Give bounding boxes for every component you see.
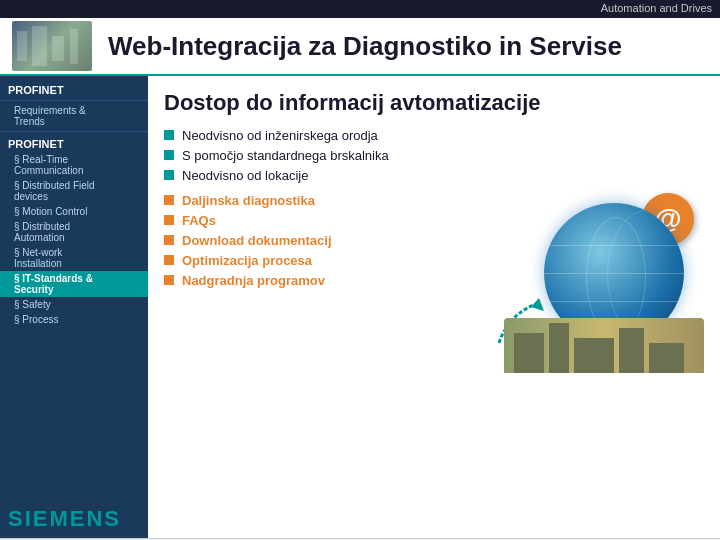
bullet-icon <box>164 275 174 285</box>
sidebar-item-profinet[interactable]: PROFINET <box>0 80 148 98</box>
sidebar-item-realtime[interactable]: § Real-TimeCommunication <box>0 152 148 178</box>
bullet-item: Neodvisno od lokacije <box>164 168 704 183</box>
page-title: Web-Integracija za Diagnostiko in Servis… <box>108 31 708 62</box>
topbar-text: Automation and Drives <box>601 2 712 14</box>
bullet-icon <box>164 215 174 225</box>
factory-building <box>619 328 644 373</box>
siemens-logo-text: SIEMENS <box>8 506 121 531</box>
topbar: Automation and Drives <box>0 0 720 18</box>
bullet-icon <box>164 150 174 160</box>
content-lower: Daljinska diagnostika FAQs Download doku… <box>164 193 704 373</box>
factory-building <box>649 343 684 373</box>
sidebar-item-profinet2[interactable]: PROFINET <box>0 134 148 152</box>
factory-building <box>549 323 569 373</box>
bullet-text: FAQs <box>182 213 216 228</box>
header: Web-Integracija za Diagnostiko in Servis… <box>0 18 720 76</box>
bullet-icon <box>164 255 174 265</box>
sidebar-item-safety[interactable]: § Safety <box>0 297 148 312</box>
divider <box>0 131 148 132</box>
sidebar-item-distributed-field[interactable]: § Distributed Fielddevices <box>0 178 148 204</box>
sidebar-item-motion-control[interactable]: § Motion Control <box>0 204 148 219</box>
bullet-text: S pomočjo standardnega brskalnika <box>182 148 389 163</box>
bullet-icon <box>164 195 174 205</box>
globe-graphic: @ <box>464 193 704 373</box>
bullet-item: Neodvisno od inženirskega orodja <box>164 128 704 143</box>
main-layout: PROFINET Requirements &Trends PROFINET §… <box>0 76 720 538</box>
bullet-text: Neodvisno od inženirskega orodja <box>182 128 378 143</box>
bottom-bullet-list: Daljinska diagnostika FAQs Download doku… <box>164 193 464 288</box>
content-graphic: @ <box>464 193 704 373</box>
building-image <box>12 21 92 71</box>
content-lower-left: Daljinska diagnostika FAQs Download doku… <box>164 193 464 373</box>
bullet-text: Neodvisno od lokacije <box>182 168 308 183</box>
bullet-item: S pomočjo standardnega brskalnika <box>164 148 704 163</box>
bullet-icon <box>164 235 174 245</box>
bullet-item: Nadgradnja programov <box>164 273 464 288</box>
sidebar-item-requirements[interactable]: Requirements &Trends <box>0 103 148 129</box>
top-bullet-list: Neodvisno od inženirskega orodja S pomoč… <box>164 128 704 183</box>
sidebar-item-distributed-automation[interactable]: § DistributedAutomation <box>0 219 148 245</box>
svg-marker-0 <box>531 298 544 311</box>
bullet-item: Daljinska diagnostika <box>164 193 464 208</box>
bullet-item: FAQs <box>164 213 464 228</box>
divider <box>0 100 148 101</box>
bullet-icon <box>164 130 174 140</box>
factory-image <box>504 318 704 373</box>
bullet-text: Download dokumentacij <box>182 233 332 248</box>
content-area: Dostop do informacij avtomatizacije Neod… <box>148 76 720 538</box>
content-title: Dostop do informacij avtomatizacije <box>164 90 704 116</box>
factory-building <box>514 333 544 373</box>
bullet-item: Optimizacija procesa <box>164 253 464 268</box>
bullet-item: Download dokumentacij <box>164 233 464 248</box>
bullet-text: Nadgradnja programov <box>182 273 325 288</box>
siemens-logo: SIEMENS <box>0 496 148 538</box>
factory-building <box>574 338 614 373</box>
sidebar-item-network-installation[interactable]: § Net-workInstallation <box>0 245 148 271</box>
bullet-icon <box>164 170 174 180</box>
sidebar-item-process[interactable]: § Process <box>0 312 148 327</box>
sidebar: PROFINET Requirements &Trends PROFINET §… <box>0 76 148 538</box>
bullet-text: Daljinska diagnostika <box>182 193 315 208</box>
bullet-text: Optimizacija procesa <box>182 253 312 268</box>
sidebar-item-it-standards[interactable]: § IT-Standards &Security <box>0 271 148 297</box>
